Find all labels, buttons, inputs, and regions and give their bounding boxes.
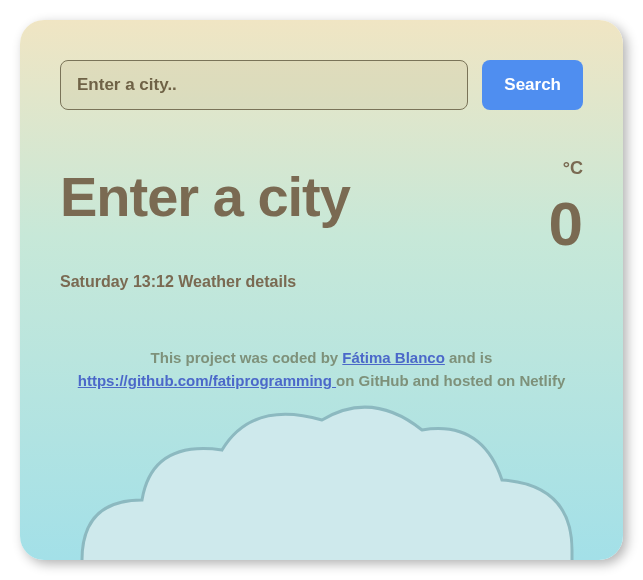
temperature-value: 0	[549, 193, 583, 255]
footer-text-1: This project was coded by	[151, 349, 343, 366]
city-block: Enter a city	[60, 168, 350, 227]
author-link[interactable]: Fátima Blanco	[342, 349, 445, 366]
city-search-input[interactable]	[60, 60, 468, 110]
date-weather-subtitle: Saturday 13:12 Weather details	[60, 273, 583, 291]
repo-link[interactable]: https://github.com/fatiprogramming	[78, 372, 336, 389]
footer-text-3: on GitHub and hosted on Netlify	[336, 372, 565, 389]
footer-credits: This project was coded by Fátima Blanco …	[60, 347, 583, 392]
search-button[interactable]: Search	[482, 60, 583, 110]
weather-card: Search Enter a city °C 0 Saturday 13:12 …	[20, 20, 623, 560]
cloud-illustration	[42, 380, 602, 560]
search-row: Search	[60, 60, 583, 110]
temperature-unit: °C	[563, 158, 583, 179]
footer-text-2: and is	[445, 349, 493, 366]
temperature-block: °C 0	[549, 168, 583, 255]
main-row: Enter a city °C 0	[60, 168, 583, 255]
city-title: Enter a city	[60, 168, 350, 227]
temperature-value-wrap: °C 0	[549, 168, 583, 255]
